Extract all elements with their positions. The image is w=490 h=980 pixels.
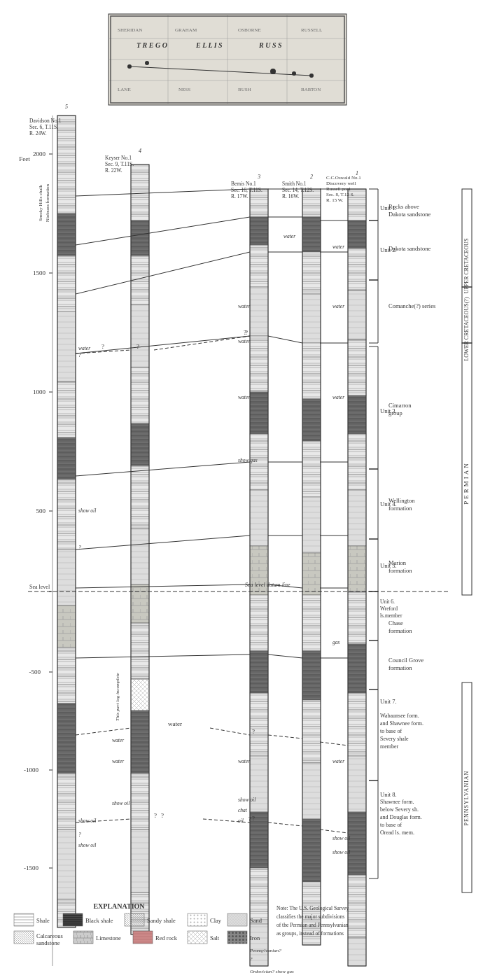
svg-rect-164 [111,16,344,103]
svg-text:Unit 8.: Unit 8. [380,791,397,798]
svg-rect-57 [131,528,149,584]
svg-rect-70 [250,336,268,392]
svg-rect-60 [131,679,149,710]
svg-rect-104 [348,396,366,434]
svg-text:Wreford: Wreford [380,606,398,612]
svg-text:sandstone: sandstone [36,939,60,946]
svg-rect-61 [131,710,149,774]
svg-text:Dakota sandstone: Dakota sandstone [388,245,430,252]
main-container: ? ? water ? [0,0,490,980]
svg-text:oil: oil [238,818,244,824]
svg-text:classifies the major subdivisi: classifies the major subdivisions [276,913,344,920]
svg-text:Clay: Clay [210,917,222,924]
svg-rect-87 [302,343,321,399]
svg-text:water: water [168,720,182,727]
svg-text:500: 500 [36,507,46,514]
svg-text:show gas: show gas [238,457,258,463]
svg-text:Dakota sandstone: Dakota sandstone [388,211,430,218]
svg-text:Sec. 6, T.11S.: Sec. 6, T.11S. [29,124,58,130]
svg-line-116 [76,189,250,196]
svg-line-151 [76,819,131,822]
svg-text:R U S S: R U S S [258,41,282,49]
svg-rect-97 [302,882,321,945]
svg-rect-345 [188,931,207,944]
svg-text:BARTON: BARTON [301,87,321,92]
svg-text:show oil: show oil [332,849,350,855]
svg-rect-332 [125,913,144,926]
svg-line-135 [76,536,250,550]
svg-text:of the Permian and Pennsylvani: of the Permian and Pennsylvanian [276,922,349,928]
svg-text:Rocks above: Rocks above [388,203,419,210]
svg-rect-55 [131,424,149,465]
svg-rect-341 [74,931,93,944]
svg-rect-290 [462,343,472,595]
svg-text:water: water [238,394,250,400]
svg-rect-58 [131,584,149,623]
svg-text:Chase: Chase [388,620,403,626]
svg-text:Salt: Salt [210,934,220,941]
svg-text:PERMIAN: PERMIAN [463,461,470,505]
svg-text:R. 16W.: R. 16W. [282,193,300,200]
svg-text:-1500: -1500 [24,864,38,872]
svg-line-128 [76,350,131,354]
svg-text:water: water [332,394,344,400]
svg-rect-336 [227,913,247,926]
svg-point-169 [145,61,149,65]
svg-rect-94 [302,700,321,763]
svg-text:LOWER CRETACEOUS(?): LOWER CRETACEOUS(?) [463,297,470,360]
svg-line-119 [76,217,250,245]
svg-rect-79 [250,812,268,868]
svg-text:R. 24W.: R. 24W. [29,130,47,136]
svg-text:?: ? [161,812,164,819]
svg-text:Iron: Iron [250,934,260,941]
svg-rect-44 [57,648,76,704]
svg-rect-74 [250,546,268,595]
svg-text:E L L I S: E L L I S [195,41,223,49]
svg-line-145 [76,728,131,735]
svg-text:water: water [238,758,250,764]
svg-line-155 [268,822,302,826]
svg-rect-47 [57,830,76,899]
svg-rect-51 [131,220,149,255]
svg-line-125 [76,336,250,354]
svg-text:This part log incomplete: This part log incomplete [115,673,120,721]
svg-text:show oil: show oil [332,835,350,841]
svg-text:?: ? [252,728,255,735]
svg-rect-343 [133,931,153,944]
svg-text:Shawnee form.: Shawnee form. [380,799,414,805]
svg-text:and Douglas form.: and Douglas form. [380,814,422,820]
svg-text:Comanche(?) series: Comanche(?) series [388,302,435,309]
svg-rect-36 [57,214,76,255]
svg-text:Ordovician? show gas: Ordovician? show gas [250,969,294,974]
svg-text:Sea level datum line: Sea level datum line [245,582,290,588]
svg-text:Niobrara formation: Niobrara formation [45,183,50,222]
svg-text:gas: gas [332,639,340,645]
svg-rect-72 [250,434,268,490]
svg-text:show oil: show oil [112,800,130,806]
svg-text:EXPLANATION: EXPLANATION [93,902,145,910]
svg-rect-106 [348,490,366,546]
svg-text:group: group [388,410,402,416]
svg-text:Smoky Hills chalk: Smoky Hills chalk [38,184,43,221]
svg-rect-98 [302,189,321,945]
svg-text:water: water [238,338,250,344]
svg-text:Keyser No.1: Keyser No.1 [105,155,132,161]
svg-rect-48 [57,899,76,927]
svg-text:?: ? [244,329,246,336]
svg-text:Sec. 8, T.12 S.: Sec. 8, T.12 S. [326,192,355,197]
svg-rect-73 [250,490,268,546]
svg-rect-35 [57,115,76,214]
svg-text:Unit 6.: Unit 6. [380,598,395,605]
svg-point-168 [127,64,132,69]
svg-rect-68 [250,245,268,287]
svg-text:3: 3 [257,174,260,180]
svg-rect-50 [131,164,149,220]
svg-text:Smith No.1: Smith No.1 [282,181,307,187]
svg-text:?: ? [245,329,248,336]
svg-rect-103 [348,340,366,396]
svg-rect-43 [57,606,76,648]
svg-text:Unit 2.: Unit 2. [380,246,397,253]
svg-text:1500: 1500 [33,270,46,276]
svg-text:formation: formation [388,627,412,634]
svg-text:Red rock: Red rock [155,934,178,941]
